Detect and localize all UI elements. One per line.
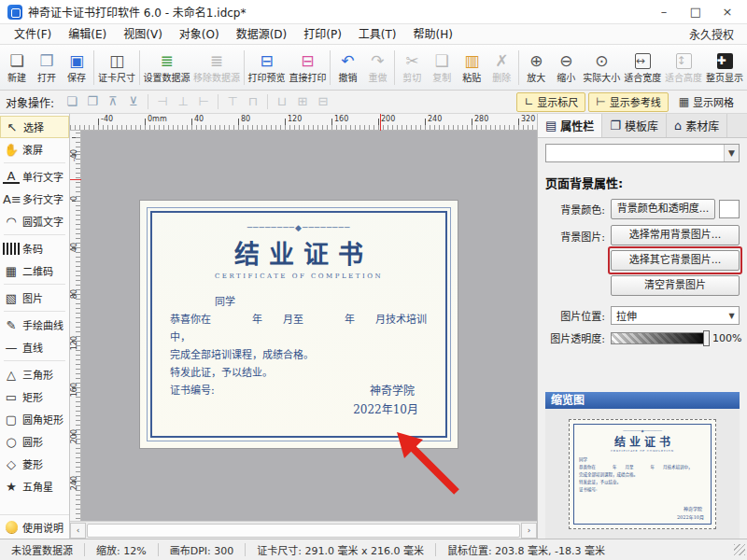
bg-color-swatch[interactable] [719, 200, 740, 218]
tool-circle[interactable]: ○圆形 [0, 430, 69, 453]
object-bar-separator [148, 94, 148, 109]
slider-handle[interactable] [703, 330, 710, 346]
horizontal-scrollbar[interactable]: ‹ › [70, 521, 537, 539]
show-ruler-toggle[interactable]: ∟显示标尺 [516, 92, 585, 112]
tool-single-line-text[interactable]: A单行文字 [0, 165, 69, 188]
direct-print-button[interactable]: ⊟直接打印 [288, 47, 329, 89]
tool-scroll[interactable]: ✋滚屏 [0, 138, 69, 161]
cut-button: ✂剪切 [397, 47, 427, 89]
ruler-icon: ∟ [524, 95, 533, 108]
save-button[interactable]: ▣保存 [62, 47, 92, 89]
single-line-text-icon: A [3, 170, 20, 184]
open-folder-icon: ❒ [39, 51, 53, 70]
object-selector-combobox[interactable]: ▼ [545, 144, 740, 162]
database-icon: ≣ [160, 51, 173, 70]
layer-up-icon: ⊼ [104, 93, 122, 110]
horizontal-ruler: -40 0mm 40 80 120 160 200 240 280 320 [70, 114, 537, 131]
tool-separator [4, 234, 65, 235]
star-icon: ★ [3, 480, 20, 494]
bg-color-button[interactable]: 背景颜色和透明度... [611, 199, 715, 219]
vertical-ruler: -40 0 40 80 120 160 200 240 [70, 131, 81, 521]
fit-width-button[interactable]: ↔适合宽度 [622, 47, 663, 89]
certificate-title[interactable]: 结业证书 [157, 234, 441, 271]
tab-properties[interactable]: ▤属性栏 [538, 114, 602, 137]
paste-button[interactable]: ▥粘贴 [457, 47, 486, 89]
show-grid-toggle[interactable]: ▦显示网格 [671, 92, 741, 112]
tab-template-library[interactable]: ❐模板库 [602, 114, 667, 137]
minimize-button[interactable]: – [648, 2, 680, 22]
clipboard-icon: ▥ [464, 51, 479, 70]
card-size-button[interactable]: ◫证卡尺寸 [96, 47, 137, 89]
redo-icon: ↷ [371, 51, 384, 70]
scrollbar-thumb[interactable] [87, 524, 520, 538]
help-button[interactable]: 使用说明 [0, 514, 69, 539]
tool-triangle[interactable]: △三角形 [0, 363, 69, 385]
zoom-out-button[interactable]: ⊖缩小 [551, 47, 581, 89]
tool-multi-line-text[interactable]: A≡多行文字 [0, 188, 69, 210]
trash-icon: ✗ [495, 51, 508, 70]
zoom-in-button[interactable]: ⊕放大 [521, 47, 551, 89]
image-position-select[interactable]: 拉伸 ▼ [611, 306, 740, 325]
certificate-date[interactable]: 2022年10月 [353, 400, 418, 416]
lightbulb-icon [6, 521, 18, 533]
diamond-icon: ◇ [3, 457, 20, 471]
scroll-right-arrow-icon[interactable]: › [521, 523, 537, 539]
menu-datasource[interactable]: 数据源(D) [228, 24, 296, 45]
tool-arc-text[interactable]: ◠圆弧文字 [0, 210, 69, 232]
tool-line[interactable]: —直线 [0, 336, 69, 358]
undo-button[interactable]: ↶撤销 [332, 47, 362, 89]
tool-select[interactable]: ↖选择 [0, 116, 69, 138]
certificate-issuer[interactable]: 神奇学院 [370, 382, 415, 398]
tool-freehand-curve[interactable]: ✎手绘曲线 [0, 314, 69, 336]
resize-grip [734, 544, 745, 555]
delete-button: ✗删除 [486, 47, 516, 89]
menu-edit[interactable]: 编辑(E) [60, 24, 115, 45]
menu-help[interactable]: 帮助(H) [405, 24, 461, 45]
tool-rectangle[interactable]: ▭矩形 [0, 385, 69, 408]
tool-barcode[interactable]: 条码 [0, 237, 69, 259]
copy-icon: ❑ [435, 51, 449, 70]
certificate-page[interactable]: ────────◆──────── 结业证书 CERTIFICATE OF CO… [140, 201, 458, 448]
database-remove-icon: ≣ [210, 51, 223, 70]
tool-image[interactable]: ▧图片 [0, 287, 69, 309]
image-opacity-slider[interactable] [611, 332, 708, 344]
object-bar-separator [267, 94, 268, 109]
full-page-button[interactable]: ✚整页显示 [704, 47, 745, 89]
section-title: 页面背景属性: [545, 174, 740, 191]
set-datasource-button[interactable]: ≣设置数据源 [142, 47, 191, 89]
image-icon: ▧ [3, 291, 20, 305]
tab-material-library[interactable]: ⌂素材库 [667, 114, 727, 137]
maximize-button[interactable]: □ [680, 2, 712, 22]
tool-star[interactable]: ★五角星 [0, 475, 69, 497]
select-common-bg-button[interactable]: 选择常用背景图片... [611, 225, 740, 245]
menu-print[interactable]: 打印(P) [295, 24, 350, 45]
layer-back-icon: ❐ [83, 93, 102, 110]
zoom-out-icon: ⊖ [559, 51, 572, 70]
menu-file[interactable]: 文件(F) [6, 24, 60, 45]
certificate-subtitle[interactable]: CERTIFICATE OF COMPLETION [157, 273, 441, 280]
menu-view[interactable]: 视图(V) [115, 24, 171, 45]
menu-tools[interactable]: 工具(T) [350, 24, 405, 45]
fit-height-button: ↕适合高度 [663, 47, 704, 89]
open-button[interactable]: ❒打开 [32, 47, 62, 89]
tool-rounded-rectangle[interactable]: ▢圆角矩形 [0, 408, 69, 430]
tool-diamond[interactable]: ◇菱形 [0, 453, 69, 475]
print-preview-button[interactable]: ⊟打印预览 [247, 47, 288, 89]
close-button[interactable]: × [712, 2, 743, 22]
new-button[interactable]: ❏新建 [2, 47, 32, 89]
properties-panel: ▤属性栏 ❐模板库 ⌂素材库 ▼ 页面背景属性: 背景颜色: 背景颜色和透明度.… [537, 114, 747, 539]
chevron-down-icon[interactable]: ▼ [724, 145, 739, 161]
design-canvas[interactable]: ────────◆──────── 结业证书 CERTIFICATE OF CO… [81, 131, 537, 521]
object-operations-bar: 对象操作: ❏ ❐ ⊼ ⊻ ⊣ ⊥ ⊢ ⊤ ⊓ ⊔ ⊞ ⊟ ∟显示标尺 ⊢显示参… [0, 91, 747, 114]
scroll-left-arrow-icon[interactable]: ‹ [70, 523, 86, 539]
bg-image-label: 背景图片: [545, 225, 611, 244]
actual-size-button[interactable]: ⊙实际大小 [581, 47, 622, 89]
show-guides-toggle[interactable]: ⊢显示参考线 [588, 92, 668, 112]
tool-qrcode[interactable]: ▦二维码 [0, 259, 69, 282]
title-bar: 神奇证卡证书打印软件 6.0 - 未命名1.idcp* – □ × [0, 0, 747, 24]
clear-bg-button[interactable]: 清空背景图片 [611, 275, 740, 296]
certificate-thumbnail[interactable]: ────────◆──────── 结业证书 CERTIFICATE OF CO… [569, 419, 716, 529]
menu-object[interactable]: 对象(O) [171, 24, 228, 45]
select-other-bg-button[interactable]: 选择其它背景图片... [611, 250, 740, 271]
chevron-down-icon[interactable]: ▼ [725, 312, 739, 320]
